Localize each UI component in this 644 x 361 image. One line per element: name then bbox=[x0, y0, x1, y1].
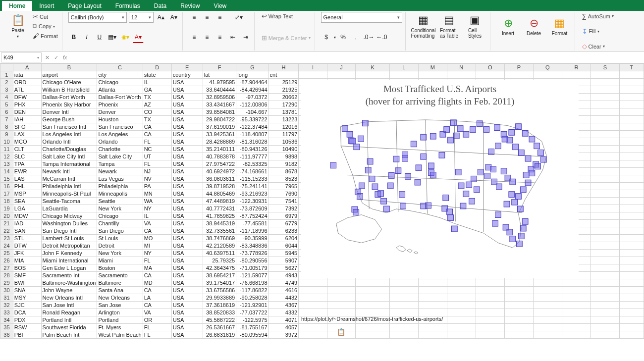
cell-F28[interactable]: 38.6954217 bbox=[203, 272, 236, 279]
cell-F11[interactable]: 35.2140111 bbox=[203, 146, 236, 153]
cell-Q33[interactable] bbox=[533, 309, 562, 316]
cell-F1[interactable]: lat bbox=[203, 71, 236, 79]
cell-M1[interactable] bbox=[418, 71, 447, 79]
cell-M31[interactable] bbox=[418, 294, 447, 302]
cell-F4[interactable]: 32.8959506 bbox=[203, 94, 236, 101]
cell-A2[interactable]: ORD bbox=[13, 79, 41, 86]
cell-H31[interactable]: 4432 bbox=[268, 294, 299, 302]
cell-A3[interactable]: ATL bbox=[13, 86, 41, 94]
cell-S5[interactable] bbox=[590, 101, 619, 108]
row-header-9[interactable]: 9 bbox=[0, 131, 13, 138]
cell-T33[interactable] bbox=[619, 309, 644, 316]
cell-H25[interactable]: 5945 bbox=[268, 250, 299, 257]
cell-A17[interactable]: MSP bbox=[13, 190, 41, 198]
cell-C3[interactable]: Atlanta bbox=[97, 86, 143, 94]
autosum-button[interactable]: ∑AutoSum▾ bbox=[581, 12, 615, 20]
cell-P1[interactable] bbox=[504, 71, 533, 79]
cell-C1[interactable]: city bbox=[97, 71, 143, 79]
cell-B6[interactable]: Denver Intl bbox=[41, 108, 97, 116]
cell-F19[interactable]: 40.7772431 bbox=[203, 205, 236, 212]
cell-C31[interactable]: New Orleans bbox=[97, 294, 143, 302]
cell-A35[interactable]: RSW bbox=[13, 324, 41, 331]
cell-B17[interactable]: Minneapolis-St Paul bbox=[41, 190, 97, 198]
cell-R36[interactable] bbox=[562, 331, 590, 339]
cell-M32[interactable] bbox=[418, 302, 447, 309]
cell-P31[interactable] bbox=[504, 294, 533, 302]
cell-G8[interactable]: -122.37484 bbox=[236, 123, 268, 131]
cell-E16[interactable]: USA bbox=[171, 183, 203, 190]
cell-K33[interactable] bbox=[356, 309, 390, 316]
cell-T25[interactable] bbox=[619, 250, 644, 257]
cell-D1[interactable]: state bbox=[143, 71, 171, 79]
cell-B3[interactable]: William B Hartsfield bbox=[41, 86, 97, 94]
fill-color-button[interactable]: ◉▾ bbox=[120, 32, 131, 43]
cell-E23[interactable]: USA bbox=[171, 235, 203, 242]
cell-H16[interactable]: 7965 bbox=[268, 183, 299, 190]
cell-B34[interactable]: Portland Intl bbox=[41, 316, 97, 324]
cell-T6[interactable] bbox=[619, 108, 644, 116]
cell-H11[interactable]: 10490 bbox=[268, 146, 299, 153]
cell-D36[interactable]: FL bbox=[143, 331, 171, 339]
cell-H2[interactable]: 25129 bbox=[268, 79, 299, 86]
cell-H32[interactable]: 4367 bbox=[268, 302, 299, 309]
cell-H23[interactable]: 6204 bbox=[268, 235, 299, 242]
col-header-R[interactable]: R bbox=[562, 64, 590, 71]
cell-E4[interactable]: USA bbox=[171, 94, 203, 101]
cell-D5[interactable]: AZ bbox=[143, 101, 171, 108]
cell-H36[interactable]: 3972 bbox=[268, 331, 299, 339]
cell-T14[interactable] bbox=[619, 168, 644, 175]
cell-G32[interactable]: -121.92901 bbox=[236, 302, 268, 309]
cell-D32[interactable]: CA bbox=[143, 302, 171, 309]
cell-E15[interactable]: USA bbox=[171, 175, 203, 183]
cell-K30[interactable] bbox=[356, 287, 390, 294]
cell-R30[interactable] bbox=[562, 287, 590, 294]
col-header-K[interactable]: K bbox=[356, 64, 390, 71]
cell-G27[interactable]: -71.005179 bbox=[236, 264, 268, 272]
cell-C29[interactable]: Baltimore bbox=[97, 279, 143, 287]
cell-S27[interactable] bbox=[590, 264, 619, 272]
cell-H17[interactable]: 7690 bbox=[268, 190, 299, 198]
cell-M30[interactable] bbox=[418, 287, 447, 294]
cell-H14[interactable]: 8678 bbox=[268, 168, 299, 175]
cell-A27[interactable]: BOS bbox=[13, 264, 41, 272]
cell-B15[interactable]: McCarran Intl bbox=[41, 175, 97, 183]
cell-A9[interactable]: LAX bbox=[13, 131, 41, 138]
cell-D34[interactable]: OR bbox=[143, 316, 171, 324]
cell-T34[interactable] bbox=[619, 316, 644, 324]
col-header-L[interactable]: L bbox=[389, 64, 418, 71]
cell-F35[interactable]: 26.5361667 bbox=[203, 324, 236, 331]
italic-button[interactable]: I bbox=[81, 32, 92, 43]
cell-B31[interactable]: New Orleans Intl bbox=[41, 294, 97, 302]
cell-S11[interactable] bbox=[590, 146, 619, 153]
cell-S15[interactable] bbox=[590, 175, 619, 183]
cell-C30[interactable]: Santa Ana bbox=[97, 287, 143, 294]
cell-S18[interactable] bbox=[590, 198, 619, 205]
cell-N30[interactable] bbox=[447, 287, 476, 294]
cell-A8[interactable]: SFO bbox=[13, 123, 41, 131]
cell-M29[interactable] bbox=[418, 279, 447, 287]
col-header-A[interactable]: A bbox=[13, 64, 41, 71]
comma-button[interactable]: , bbox=[351, 32, 362, 43]
cell-S34[interactable] bbox=[590, 316, 619, 324]
cell-K31[interactable] bbox=[356, 294, 390, 302]
tab-page-layout[interactable]: Page Layout bbox=[61, 1, 108, 11]
cell-N32[interactable] bbox=[447, 302, 476, 309]
cell-H4[interactable]: 20662 bbox=[268, 94, 299, 101]
cell-C32[interactable]: San Jose bbox=[97, 302, 143, 309]
cell-D26[interactable]: FL bbox=[143, 257, 171, 264]
cell-E5[interactable]: USA bbox=[171, 101, 203, 108]
cell-G23[interactable]: -90.35999 bbox=[236, 235, 268, 242]
cell-G9[interactable]: -118.40807 bbox=[236, 131, 268, 138]
cell-J32[interactable] bbox=[327, 302, 356, 309]
row-header-28[interactable]: 28 bbox=[0, 272, 13, 279]
cell-C6[interactable]: Denver bbox=[97, 108, 143, 116]
cell-E3[interactable]: USA bbox=[171, 86, 203, 94]
cell-A30[interactable]: SNA bbox=[13, 287, 41, 294]
cell-A13[interactable]: TPA bbox=[13, 160, 41, 168]
cancel-icon[interactable]: ✕ bbox=[43, 54, 52, 61]
row-header-36[interactable]: 36 bbox=[0, 331, 13, 339]
cell-O35[interactable] bbox=[476, 324, 504, 331]
cell-D33[interactable]: VA bbox=[143, 309, 171, 316]
cell-E19[interactable]: USA bbox=[171, 205, 203, 212]
cell-E7[interactable]: USA bbox=[171, 116, 203, 123]
